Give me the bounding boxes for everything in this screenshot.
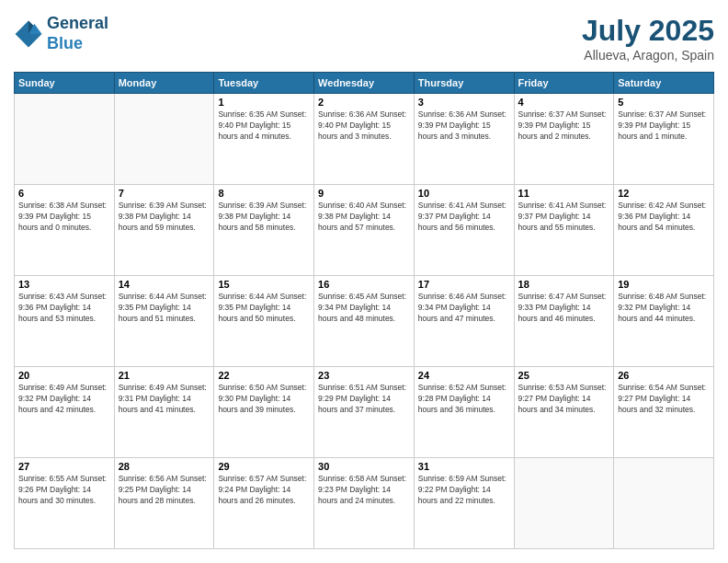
day-info: Sunrise: 6:46 AM Sunset: 9:34 PM Dayligh… bbox=[418, 292, 510, 325]
day-number: 28 bbox=[119, 461, 210, 472]
table-row bbox=[114, 94, 214, 185]
day-number: 11 bbox=[518, 188, 610, 199]
day-info: Sunrise: 6:59 AM Sunset: 9:22 PM Dayligh… bbox=[418, 474, 510, 507]
day-info: Sunrise: 6:49 AM Sunset: 9:31 PM Dayligh… bbox=[119, 383, 210, 416]
day-info: Sunrise: 6:54 AM Sunset: 9:27 PM Dayligh… bbox=[618, 383, 710, 416]
table-row: 1Sunrise: 6:35 AM Sunset: 9:40 PM Daylig… bbox=[214, 94, 314, 185]
day-info: Sunrise: 6:51 AM Sunset: 9:29 PM Dayligh… bbox=[318, 383, 410, 416]
table-row: 24Sunrise: 6:52 AM Sunset: 9:28 PM Dayli… bbox=[414, 367, 514, 458]
day-number: 9 bbox=[318, 188, 410, 199]
location: Allueva, Aragon, Spain bbox=[582, 48, 714, 63]
table-row: 23Sunrise: 6:51 AM Sunset: 9:29 PM Dayli… bbox=[314, 367, 415, 458]
table-row: 12Sunrise: 6:42 AM Sunset: 9:36 PM Dayli… bbox=[614, 185, 714, 276]
day-number: 13 bbox=[18, 279, 110, 290]
day-info: Sunrise: 6:55 AM Sunset: 9:26 PM Dayligh… bbox=[18, 474, 110, 507]
day-info: Sunrise: 6:52 AM Sunset: 9:28 PM Dayligh… bbox=[418, 383, 510, 416]
table-row: 29Sunrise: 6:57 AM Sunset: 9:24 PM Dayli… bbox=[214, 458, 314, 549]
day-info: Sunrise: 6:39 AM Sunset: 9:38 PM Dayligh… bbox=[119, 201, 210, 234]
table-row: 14Sunrise: 6:44 AM Sunset: 9:35 PM Dayli… bbox=[114, 276, 214, 367]
day-number: 18 bbox=[518, 279, 610, 290]
table-row: 7Sunrise: 6:39 AM Sunset: 9:38 PM Daylig… bbox=[114, 185, 214, 276]
col-tuesday: Tuesday bbox=[214, 73, 314, 94]
day-number: 7 bbox=[119, 188, 210, 199]
col-thursday: Thursday bbox=[414, 73, 514, 94]
table-row: 5Sunrise: 6:37 AM Sunset: 9:39 PM Daylig… bbox=[614, 94, 714, 185]
logo-text: General Blue bbox=[47, 14, 108, 53]
day-number: 8 bbox=[218, 188, 310, 199]
day-info: Sunrise: 6:48 AM Sunset: 9:32 PM Dayligh… bbox=[618, 292, 710, 325]
day-number: 19 bbox=[618, 279, 710, 290]
table-row: 18Sunrise: 6:47 AM Sunset: 9:33 PM Dayli… bbox=[514, 276, 614, 367]
day-number: 20 bbox=[18, 370, 110, 381]
day-number: 22 bbox=[218, 370, 310, 381]
logo-line2: Blue bbox=[47, 34, 83, 52]
day-number: 23 bbox=[318, 370, 410, 381]
table-row: 16Sunrise: 6:45 AM Sunset: 9:34 PM Dayli… bbox=[314, 276, 415, 367]
day-info: Sunrise: 6:47 AM Sunset: 9:33 PM Dayligh… bbox=[518, 292, 610, 325]
col-sunday: Sunday bbox=[15, 73, 115, 94]
day-info: Sunrise: 6:53 AM Sunset: 9:27 PM Dayligh… bbox=[518, 383, 610, 416]
day-number: 27 bbox=[18, 461, 110, 472]
day-info: Sunrise: 6:38 AM Sunset: 9:39 PM Dayligh… bbox=[18, 201, 110, 234]
table-row: 27Sunrise: 6:55 AM Sunset: 9:26 PM Dayli… bbox=[15, 458, 115, 549]
day-info: Sunrise: 6:50 AM Sunset: 9:30 PM Dayligh… bbox=[218, 383, 310, 416]
table-row: 2Sunrise: 6:36 AM Sunset: 9:40 PM Daylig… bbox=[314, 94, 415, 185]
day-info: Sunrise: 6:37 AM Sunset: 9:39 PM Dayligh… bbox=[518, 109, 610, 143]
day-info: Sunrise: 6:45 AM Sunset: 9:34 PM Dayligh… bbox=[318, 292, 410, 325]
table-row: 6Sunrise: 6:38 AM Sunset: 9:39 PM Daylig… bbox=[15, 185, 115, 276]
day-number: 1 bbox=[218, 97, 310, 108]
col-friday: Friday bbox=[514, 73, 614, 94]
day-info: Sunrise: 6:37 AM Sunset: 9:39 PM Dayligh… bbox=[618, 109, 710, 143]
calendar-week-2: 6Sunrise: 6:38 AM Sunset: 9:39 PM Daylig… bbox=[15, 185, 714, 276]
day-number: 12 bbox=[618, 188, 710, 199]
day-number: 5 bbox=[618, 97, 710, 108]
day-number: 26 bbox=[618, 370, 710, 381]
table-row: 11Sunrise: 6:41 AM Sunset: 9:37 PM Dayli… bbox=[514, 185, 614, 276]
table-row bbox=[15, 94, 115, 185]
day-info: Sunrise: 6:44 AM Sunset: 9:35 PM Dayligh… bbox=[218, 292, 310, 325]
table-row: 21Sunrise: 6:49 AM Sunset: 9:31 PM Dayli… bbox=[114, 367, 214, 458]
day-number: 3 bbox=[418, 97, 510, 108]
table-row: 15Sunrise: 6:44 AM Sunset: 9:35 PM Dayli… bbox=[214, 276, 314, 367]
header: General Blue July 2025 Allueva, Aragon, … bbox=[14, 14, 714, 63]
day-info: Sunrise: 6:44 AM Sunset: 9:35 PM Dayligh… bbox=[119, 292, 210, 325]
day-number: 2 bbox=[318, 97, 410, 108]
day-info: Sunrise: 6:41 AM Sunset: 9:37 PM Dayligh… bbox=[518, 201, 610, 234]
calendar-table: Sunday Monday Tuesday Wednesday Thursday… bbox=[14, 72, 714, 549]
day-number: 17 bbox=[418, 279, 510, 290]
calendar-week-5: 27Sunrise: 6:55 AM Sunset: 9:26 PM Dayli… bbox=[15, 458, 714, 549]
day-info: Sunrise: 6:42 AM Sunset: 9:36 PM Dayligh… bbox=[618, 201, 710, 234]
day-info: Sunrise: 6:39 AM Sunset: 9:38 PM Dayligh… bbox=[218, 201, 310, 234]
table-row: 4Sunrise: 6:37 AM Sunset: 9:39 PM Daylig… bbox=[514, 94, 614, 185]
table-row: 28Sunrise: 6:56 AM Sunset: 9:25 PM Dayli… bbox=[114, 458, 214, 549]
table-row: 22Sunrise: 6:50 AM Sunset: 9:30 PM Dayli… bbox=[214, 367, 314, 458]
day-number: 29 bbox=[218, 461, 310, 472]
title-block: July 2025 Allueva, Aragon, Spain bbox=[582, 14, 714, 63]
table-row: 30Sunrise: 6:58 AM Sunset: 9:23 PM Dayli… bbox=[314, 458, 415, 549]
table-row: 19Sunrise: 6:48 AM Sunset: 9:32 PM Dayli… bbox=[614, 276, 714, 367]
day-number: 25 bbox=[518, 370, 610, 381]
table-row: 8Sunrise: 6:39 AM Sunset: 9:38 PM Daylig… bbox=[214, 185, 314, 276]
logo: General Blue bbox=[14, 14, 108, 53]
logo-line1: General bbox=[47, 14, 108, 34]
day-info: Sunrise: 6:41 AM Sunset: 9:37 PM Dayligh… bbox=[418, 201, 510, 234]
table-row: 25Sunrise: 6:53 AM Sunset: 9:27 PM Dayli… bbox=[514, 367, 614, 458]
day-info: Sunrise: 6:43 AM Sunset: 9:36 PM Dayligh… bbox=[18, 292, 110, 325]
day-info: Sunrise: 6:49 AM Sunset: 9:32 PM Dayligh… bbox=[18, 383, 110, 416]
col-wednesday: Wednesday bbox=[314, 73, 415, 94]
day-info: Sunrise: 6:36 AM Sunset: 9:39 PM Dayligh… bbox=[418, 109, 510, 143]
day-number: 10 bbox=[418, 188, 510, 199]
table-row: 20Sunrise: 6:49 AM Sunset: 9:32 PM Dayli… bbox=[15, 367, 115, 458]
table-row bbox=[514, 458, 614, 549]
table-row: 9Sunrise: 6:40 AM Sunset: 9:38 PM Daylig… bbox=[314, 185, 415, 276]
day-number: 21 bbox=[119, 370, 210, 381]
day-number: 14 bbox=[119, 279, 210, 290]
month-title: July 2025 bbox=[582, 14, 714, 48]
day-number: 24 bbox=[418, 370, 510, 381]
day-number: 31 bbox=[418, 461, 510, 472]
table-row: 13Sunrise: 6:43 AM Sunset: 9:36 PM Dayli… bbox=[15, 276, 115, 367]
table-row: 3Sunrise: 6:36 AM Sunset: 9:39 PM Daylig… bbox=[414, 94, 514, 185]
table-row bbox=[614, 458, 714, 549]
day-number: 16 bbox=[318, 279, 410, 290]
day-info: Sunrise: 6:35 AM Sunset: 9:40 PM Dayligh… bbox=[218, 109, 310, 143]
